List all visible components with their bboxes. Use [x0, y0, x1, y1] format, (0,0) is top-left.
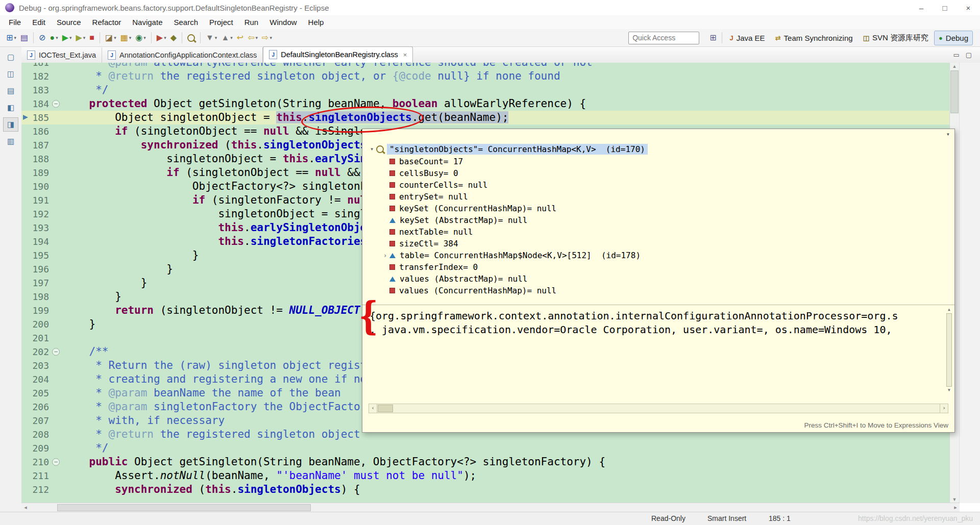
- editor-horizontal-scrollbar[interactable]: ◂ ▸: [21, 503, 960, 512]
- line-number[interactable]: 195: [21, 248, 49, 262]
- line-number[interactable]: 188: [21, 152, 49, 166]
- editor-tab[interactable]: JIOCTest_Ext.java: [21, 47, 102, 63]
- breakpoints-view-shortcut-icon[interactable]: ◨: [3, 117, 18, 132]
- save-button[interactable]: ▤: [19, 31, 30, 44]
- line-number[interactable]: 182: [21, 69, 49, 83]
- scroll-right-arrow-icon[interactable]: ›: [940, 404, 948, 413]
- line-number[interactable]: 191: [21, 193, 49, 207]
- fold-collapse-icon[interactable]: −: [52, 458, 60, 466]
- perspective-java-ee[interactable]: JJava EE: [725, 31, 770, 45]
- line-number[interactable]: 197: [21, 276, 49, 290]
- minimize-view-icon[interactable]: ▭: [953, 51, 959, 59]
- scroll-up-arrow-icon[interactable]: ▲: [950, 63, 959, 70]
- line-number[interactable]: 199: [21, 304, 49, 317]
- minimize-button[interactable]: –: [910, 0, 933, 15]
- popup-scroll-thumb[interactable]: [378, 405, 393, 412]
- line-number[interactable]: 200: [21, 317, 49, 331]
- detail-vertical-scrollbar[interactable]: ▲ ▼: [945, 307, 953, 393]
- variable-row[interactable]: counterCells= null: [362, 179, 944, 191]
- maximize-view-icon[interactable]: ▢: [966, 51, 972, 59]
- servers-view-shortcut-icon[interactable]: ◧: [3, 101, 18, 115]
- previous-annotation-button[interactable]: ▲▾: [219, 31, 234, 44]
- variable-row[interactable]: ›table= ConcurrentHashMap$Node<K,V>[512]…: [362, 249, 944, 261]
- vertical-scroll-thumb[interactable]: [950, 70, 959, 113]
- line-number[interactable]: 206: [21, 400, 49, 414]
- detail-scroll-thumb[interactable]: [946, 313, 952, 387]
- menu-search[interactable]: Search: [168, 18, 204, 27]
- scroll-up-arrow-icon[interactable]: ▲: [945, 307, 953, 313]
- line-number[interactable]: 204: [21, 372, 49, 386]
- variable-row[interactable]: nextTable= null: [362, 226, 944, 238]
- menu-help[interactable]: Help: [303, 18, 330, 27]
- scroll-left-arrow-icon[interactable]: ‹: [369, 404, 377, 413]
- variable-row[interactable]: values (AbstractMap)= null: [362, 273, 944, 285]
- line-number[interactable]: 194: [21, 235, 49, 248]
- last-edit-location-button[interactable]: ↩: [235, 31, 245, 44]
- line-number[interactable]: 212: [21, 483, 49, 496]
- coverage-button[interactable]: ▶▾: [75, 31, 87, 44]
- line-number[interactable]: 187: [21, 138, 49, 152]
- expressions-view-shortcut-icon[interactable]: ▥: [3, 134, 18, 148]
- line-number[interactable]: 201: [21, 331, 49, 345]
- line-number[interactable]: 181: [21, 63, 49, 69]
- variable-row[interactable]: sizeCtl= 384: [362, 238, 944, 249]
- editor-tab[interactable]: JAnnotationConfigApplicationContext.clas…: [102, 47, 263, 63]
- quick-access-input[interactable]: Quick Access: [628, 32, 699, 44]
- perspective-debug[interactable]: ●Debug: [934, 31, 973, 45]
- variable-row[interactable]: entrySet= null: [362, 191, 944, 203]
- line-number[interactable]: 192: [21, 207, 49, 221]
- search-button[interactable]: [186, 31, 197, 44]
- new-java-project-button[interactable]: ◪▾: [104, 31, 118, 44]
- variable-row[interactable]: transferIndex= 0: [362, 261, 944, 273]
- close-button[interactable]: ×: [957, 0, 980, 15]
- line-number[interactable]: 207: [21, 414, 49, 428]
- expand-arrow-icon[interactable]: ▾: [368, 145, 376, 153]
- fold-collapse-icon[interactable]: −: [52, 100, 60, 108]
- external-tools-button[interactable]: ▶▾: [155, 31, 168, 44]
- variable-row[interactable]: baseCount= 17: [362, 156, 944, 167]
- menu-edit[interactable]: Edit: [27, 18, 51, 27]
- line-number[interactable]: 209: [21, 441, 49, 455]
- scroll-right-arrow-icon[interactable]: ▸: [951, 503, 960, 512]
- skip-all-breakpoints-button[interactable]: ⊘: [37, 31, 47, 44]
- line-number[interactable]: 208: [21, 428, 49, 441]
- line-number[interactable]: 196: [21, 262, 49, 276]
- back-button[interactable]: ⇦▾: [246, 31, 259, 44]
- variable-row[interactable]: values (ConcurrentHashMap)= null: [362, 285, 944, 296]
- menu-window[interactable]: Window: [264, 18, 302, 27]
- scroll-left-arrow-icon[interactable]: ◂: [21, 503, 30, 512]
- menu-source[interactable]: Source: [51, 18, 87, 27]
- next-annotation-button[interactable]: ▼▾: [204, 31, 218, 44]
- line-number[interactable]: 202: [21, 345, 49, 359]
- line-number[interactable]: 211: [21, 469, 49, 483]
- scroll-down-arrow-icon[interactable]: ▼: [950, 496, 959, 503]
- menu-project[interactable]: Project: [204, 18, 239, 27]
- tab-close-icon[interactable]: ×: [403, 51, 407, 59]
- menu-file[interactable]: File: [3, 18, 27, 27]
- terminate-button[interactable]: ■: [88, 31, 96, 44]
- line-number[interactable]: 189: [21, 166, 49, 180]
- fold-collapse-icon[interactable]: −: [52, 348, 60, 356]
- detail-pane[interactable]: {org.springframework.context.annotation.…: [362, 305, 954, 400]
- scroll-down-arrow-icon[interactable]: ▼: [945, 387, 953, 393]
- line-number[interactable]: 210: [21, 455, 49, 469]
- project-explorer-shortcut-icon[interactable]: ◫: [3, 67, 18, 81]
- restore-views-icon[interactable]: ▢: [3, 50, 18, 64]
- line-number[interactable]: 183: [21, 83, 49, 97]
- ant-build-button[interactable]: ◆: [169, 31, 178, 44]
- debug-button[interactable]: ●▾: [48, 31, 59, 44]
- new-wizard-button[interactable]: ⊞▾: [5, 31, 18, 44]
- menu-navigate[interactable]: Navigate: [127, 18, 168, 27]
- editor-tab[interactable]: JDefaultSingletonBeanRegistry.class×: [263, 46, 413, 63]
- line-number[interactable]: 203: [21, 359, 49, 372]
- variable-row[interactable]: cellsBusy= 0: [362, 167, 944, 179]
- line-number[interactable]: 186: [21, 124, 49, 138]
- line-number[interactable]: 198: [21, 290, 49, 304]
- chevron-down-icon[interactable]: ▾: [946, 131, 950, 138]
- maximize-button[interactable]: □: [933, 0, 957, 15]
- popup-horizontal-scrollbar[interactable]: ‹ ›: [369, 404, 948, 413]
- new-package-button[interactable]: ▦▾: [119, 31, 133, 44]
- perspective-team-synchronizing[interactable]: ⇄Team Synchronizing: [771, 31, 857, 45]
- perspective-svn[interactable]: ◫SVN 资源库研究: [859, 31, 933, 45]
- horizontal-scroll-thumb[interactable]: [57, 504, 311, 511]
